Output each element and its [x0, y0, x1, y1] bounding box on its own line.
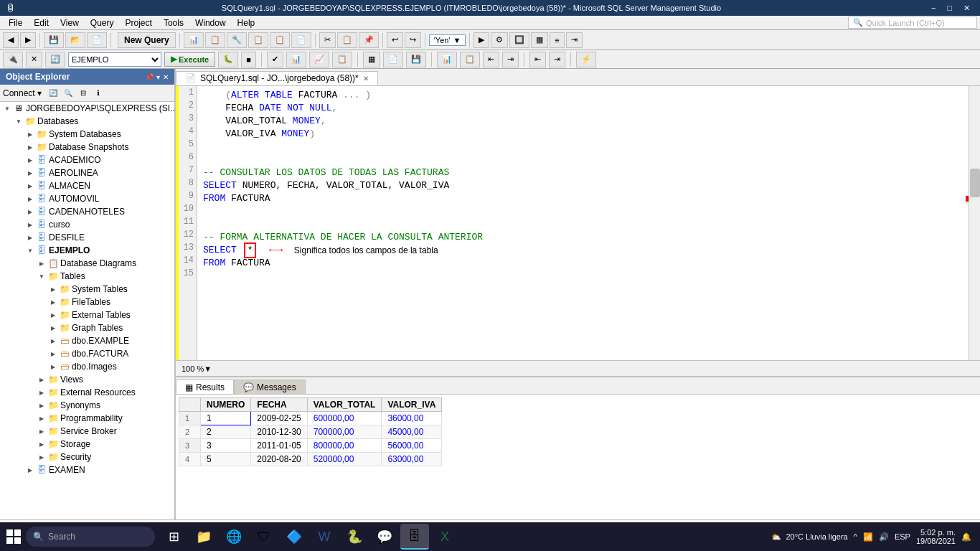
- new-query-button[interactable]: New Query: [118, 32, 176, 48]
- academico-node[interactable]: ▶ 🗄 ACADEMICO: [0, 154, 174, 166]
- collapse-btn[interactable]: ⊟: [77, 87, 90, 100]
- filetables-node[interactable]: ▶ 📁 FileTables: [0, 296, 174, 309]
- query-tab[interactable]: 📄 SQLQuery1.sql - JO...\jorgebedoya (58)…: [176, 71, 378, 85]
- filetables-toggle[interactable]: ▶: [47, 296, 59, 308]
- systables-toggle[interactable]: ▶: [47, 283, 59, 295]
- execute-button[interactable]: ▶ Execute: [164, 52, 215, 67]
- dbo-images-node[interactable]: ▶ 🗃 dbo.Images: [0, 360, 174, 373]
- ejemplo-toggle[interactable]: ▼: [24, 245, 36, 256]
- property-btn[interactable]: ℹ: [92, 87, 105, 100]
- undo-button[interactable]: ↩: [387, 32, 403, 48]
- exttables-toggle[interactable]: ▶: [47, 309, 59, 321]
- sql2[interactable]: 📋: [460, 52, 480, 67]
- db-snapshots-node[interactable]: ▶ 📁 Database Snapshots: [0, 141, 174, 154]
- ext-tables-node[interactable]: ▶ 📁 External Tables: [0, 309, 174, 321]
- auto-toggle[interactable]: ▶: [24, 193, 36, 204]
- taskbar-chrome[interactable]: 🌐: [220, 524, 248, 550]
- aero-toggle[interactable]: ▶: [24, 167, 36, 179]
- paste-button[interactable]: 📌: [359, 32, 379, 48]
- prog-toggle[interactable]: ▶: [36, 413, 47, 424]
- curso-node[interactable]: ▶ 🗄 curso: [0, 218, 174, 231]
- databases-toggle[interactable]: ▼: [13, 116, 24, 127]
- ext-resources-node[interactable]: ▶ 📁 External Resources: [0, 386, 174, 399]
- sb-toggle[interactable]: ▶: [36, 425, 47, 437]
- dbg5[interactable]: ≡: [550, 32, 564, 48]
- menu-project[interactable]: Project: [120, 17, 158, 29]
- sql3[interactable]: ⇤: [483, 52, 499, 67]
- copy-button[interactable]: 📋: [337, 32, 357, 48]
- dbg6[interactable]: ⇥: [566, 32, 583, 48]
- notification-btn[interactable]: 🔔: [961, 532, 971, 542]
- results-tab[interactable]: ▦ Results: [176, 380, 234, 394]
- debug-execute-btn[interactable]: 🐛: [218, 52, 238, 67]
- toolbar-btn-2[interactable]: 📋: [205, 32, 225, 48]
- views-toggle[interactable]: ▶: [36, 374, 47, 385]
- tray-arrow[interactable]: ^: [854, 532, 857, 541]
- taskbar-explorer[interactable]: 📁: [189, 524, 218, 550]
- dbo-example-node[interactable]: ▶ 🗃 dbo.EXAMPLE: [0, 334, 174, 347]
- indent-btn[interactable]: ⇤: [529, 52, 546, 67]
- menu-file[interactable]: File: [3, 17, 28, 29]
- menu-help[interactable]: Help: [232, 17, 261, 29]
- views-node[interactable]: ▶ 📁 Views: [0, 373, 174, 386]
- programmability-node[interactable]: ▶ 📁 Programmability: [0, 412, 174, 425]
- taskbar-teams[interactable]: 💬: [370, 524, 399, 550]
- factura-toggle[interactable]: ▶: [47, 348, 59, 359]
- results-btn[interactable]: 📋: [332, 52, 352, 67]
- panel-arrow[interactable]: ▾: [156, 73, 160, 81]
- save-button[interactable]: 💾: [44, 32, 64, 48]
- taskbar-multitasking[interactable]: ⊞: [159, 524, 188, 550]
- stats-btn[interactable]: 📊: [437, 52, 457, 67]
- toolbar-btn-6[interactable]: 📄: [291, 32, 311, 48]
- cadena-node[interactable]: ▶ 🗄 CADENAHOTELES: [0, 205, 174, 218]
- system-databases-node[interactable]: ▶ 📁 System Databases: [0, 128, 174, 141]
- dbo-factura-node[interactable]: ▶ 🗃 dbo.FACTURA: [0, 347, 174, 360]
- minimize-button[interactable]: −: [927, 4, 940, 13]
- desfile-node[interactable]: ▶ 🗄 DESFILE: [0, 231, 174, 244]
- taskbar-shield[interactable]: 🛡: [250, 524, 278, 550]
- change-conn-btn[interactable]: 🔄: [45, 52, 65, 67]
- sys-tables-node[interactable]: ▶ 📁 System Tables: [0, 283, 174, 296]
- menu-edit[interactable]: Edit: [28, 17, 55, 29]
- code-editor[interactable]: (ALTER TABLE FACTURA ... ) FECHA DATE NO…: [197, 86, 980, 360]
- storage-node[interactable]: ▶ 📁 Storage: [0, 438, 174, 451]
- database-selector[interactable]: EJEMPLO: [68, 52, 161, 67]
- service-broker-node[interactable]: ▶ 📁 Service Broker: [0, 425, 174, 438]
- almacen-node[interactable]: ▶ 🗄 ALMACEN: [0, 179, 174, 192]
- storage-toggle[interactable]: ▶: [36, 438, 47, 450]
- cancel-btn[interactable]: ■: [241, 52, 256, 67]
- debug-btn[interactable]: ▶: [473, 32, 489, 48]
- desfile-toggle[interactable]: ▶: [24, 232, 36, 243]
- disconnect-btn[interactable]: ✕: [26, 52, 42, 67]
- refresh-btn[interactable]: 🔄: [47, 87, 60, 100]
- sec-toggle[interactable]: ▶: [36, 451, 47, 463]
- taskbar-search[interactable]: 🔍 Search: [26, 527, 155, 547]
- redo-button[interactable]: ↪: [405, 32, 421, 48]
- messages-tab[interactable]: 💬 Messages: [234, 380, 306, 394]
- examen-toggle[interactable]: ▶: [24, 464, 36, 476]
- filter-btn[interactable]: 🔍: [62, 87, 75, 100]
- ejemplo-node[interactable]: ▼ 🗄 EJEMPLO: [0, 244, 174, 257]
- back-button[interactable]: ◀: [3, 32, 19, 48]
- menu-view[interactable]: View: [55, 17, 85, 29]
- dbg4[interactable]: ▦: [531, 32, 548, 48]
- indent2-btn[interactable]: ⇥: [549, 52, 565, 67]
- spec-btn[interactable]: ⚡: [576, 52, 596, 67]
- zoom-dropdown[interactable]: ▼: [204, 364, 212, 373]
- scrollbar-v[interactable]: [969, 86, 980, 360]
- toolbar-btn-4[interactable]: 📋: [248, 32, 268, 48]
- tables-toggle[interactable]: ▼: [36, 270, 47, 282]
- menu-tools[interactable]: Tools: [158, 17, 189, 29]
- cadena-toggle[interactable]: ▶: [24, 206, 36, 217]
- menu-window[interactable]: Window: [189, 17, 232, 29]
- text-btn[interactable]: 📄: [383, 52, 403, 67]
- new-file-button[interactable]: 📄: [87, 32, 107, 48]
- acad-toggle[interactable]: ▶: [24, 154, 36, 166]
- maximize-button[interactable]: □: [943, 4, 956, 13]
- security-node[interactable]: ▶ 📁 Security: [0, 451, 174, 463]
- sd-toggle[interactable]: ▶: [24, 128, 36, 140]
- aerolinea-node[interactable]: ▶ 🗄 AEROLINEA: [0, 166, 174, 179]
- alm-toggle[interactable]: ▶: [24, 180, 36, 192]
- example-toggle[interactable]: ▶: [47, 335, 59, 347]
- close-button[interactable]: ✕: [959, 4, 974, 13]
